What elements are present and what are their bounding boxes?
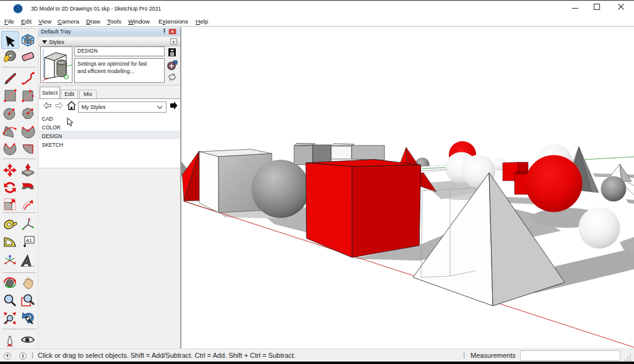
svg-text:A1: A1 (26, 238, 32, 243)
